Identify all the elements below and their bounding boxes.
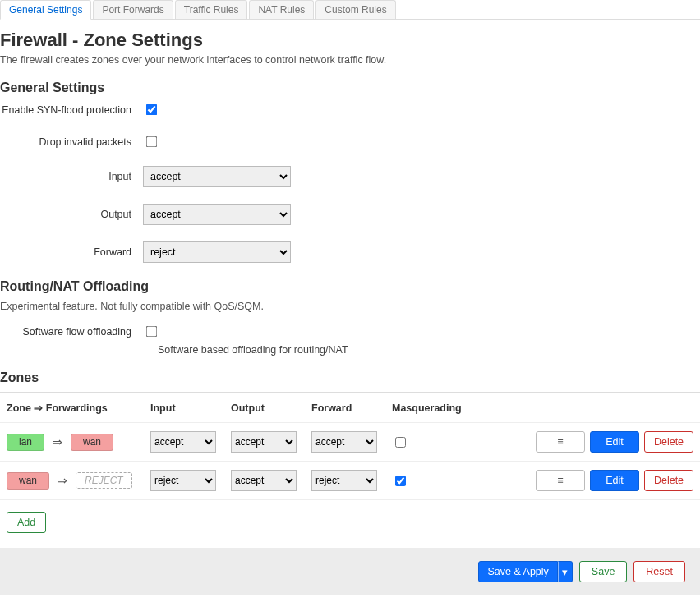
zone-forward-select[interactable]: acceptrejectdrop <box>311 470 377 491</box>
add-zone-button[interactable]: Add <box>7 512 46 533</box>
forward-arrow-icon: ⇒ <box>58 474 67 487</box>
zone-row: lan⇒wanacceptrejectdropacceptrejectdropa… <box>0 423 700 462</box>
col-masq: Masquerading <box>392 402 499 414</box>
delete-zone-button[interactable]: Delete <box>644 470 693 491</box>
tab-general-settings[interactable]: General Settings <box>0 0 91 20</box>
col-forward: Forward <box>311 402 392 414</box>
zone-masq-checkbox[interactable] <box>395 476 406 486</box>
forward-label: Forward <box>0 246 143 258</box>
software-offload-label: Software flow offloading <box>0 326 143 338</box>
zone-forward-select[interactable]: acceptrejectdrop <box>311 431 377 453</box>
drop-invalid-checkbox[interactable] <box>146 136 158 148</box>
zones-header-row: Zone ⇒ Forwardings Input Output Forward … <box>0 393 700 423</box>
software-offload-hint: Software based offloading for routing/NA… <box>158 344 700 356</box>
offload-heading: Routing/NAT Offloading <box>0 279 700 294</box>
zone-badge-reject: REJECT <box>76 472 132 489</box>
col-zone: Zone ⇒ Forwardings <box>7 402 150 414</box>
action-bar: Save & Apply ▾ Save Reset <box>0 548 700 595</box>
col-input: Input <box>150 402 231 414</box>
output-select[interactable]: acceptrejectdrop <box>143 204 291 225</box>
zone-badge-wan: wan <box>71 434 113 451</box>
zone-output-select[interactable]: acceptrejectdrop <box>231 470 297 491</box>
forward-select[interactable]: acceptrejectdrop <box>143 241 291 263</box>
input-select[interactable]: acceptrejectdrop <box>143 166 291 187</box>
drag-handle-icon[interactable]: ≡ <box>536 431 585 453</box>
page-title: Firewall - Zone Settings <box>0 30 700 51</box>
zone-row: wan⇒REJECTacceptrejectdropacceptrejectdr… <box>0 462 700 500</box>
tab-port-forwards[interactable]: Port Forwards <box>93 0 173 19</box>
zones-heading: Zones <box>0 370 700 385</box>
forward-arrow-icon: ⇒ <box>53 435 62 448</box>
save-apply-button[interactable]: Save & Apply <box>478 561 557 582</box>
tab-traffic-rules[interactable]: Traffic Rules <box>175 0 248 19</box>
software-offload-checkbox[interactable] <box>146 326 158 338</box>
tab-bar: General SettingsPort ForwardsTraffic Rul… <box>0 0 700 20</box>
zone-badge-wan: wan <box>7 472 49 490</box>
general-settings-heading: General Settings <box>0 80 700 95</box>
syn-flood-label: Enable SYN-flood protection <box>0 104 143 116</box>
input-label: Input <box>0 171 143 182</box>
zone-output-select[interactable]: acceptrejectdrop <box>231 431 297 453</box>
tab-custom-rules[interactable]: Custom Rules <box>315 0 395 19</box>
edit-zone-button[interactable]: Edit <box>590 470 639 491</box>
output-label: Output <box>0 209 143 220</box>
save-apply-dropdown[interactable]: ▾ <box>558 561 573 582</box>
zone-input-select[interactable]: acceptrejectdrop <box>150 431 216 453</box>
save-button[interactable]: Save <box>579 561 628 582</box>
delete-zone-button[interactable]: Delete <box>644 431 693 453</box>
drop-invalid-label: Drop invalid packets <box>0 136 143 148</box>
tab-nat-rules[interactable]: NAT Rules <box>249 0 314 19</box>
zone-badge-lan: lan <box>7 434 44 451</box>
offload-description: Experimental feature. Not fully compatib… <box>0 301 700 312</box>
syn-flood-checkbox[interactable] <box>146 104 158 116</box>
drag-handle-icon[interactable]: ≡ <box>536 470 585 491</box>
reset-button[interactable]: Reset <box>633 561 685 582</box>
zone-input-select[interactable]: acceptrejectdrop <box>150 470 216 491</box>
col-output: Output <box>231 402 311 414</box>
zone-masq-checkbox[interactable] <box>395 437 406 448</box>
page-description: The firewall creates zones over your net… <box>0 54 700 66</box>
zones-table: Zone ⇒ Forwardings Input Output Forward … <box>0 392 700 500</box>
edit-zone-button[interactable]: Edit <box>590 431 639 453</box>
